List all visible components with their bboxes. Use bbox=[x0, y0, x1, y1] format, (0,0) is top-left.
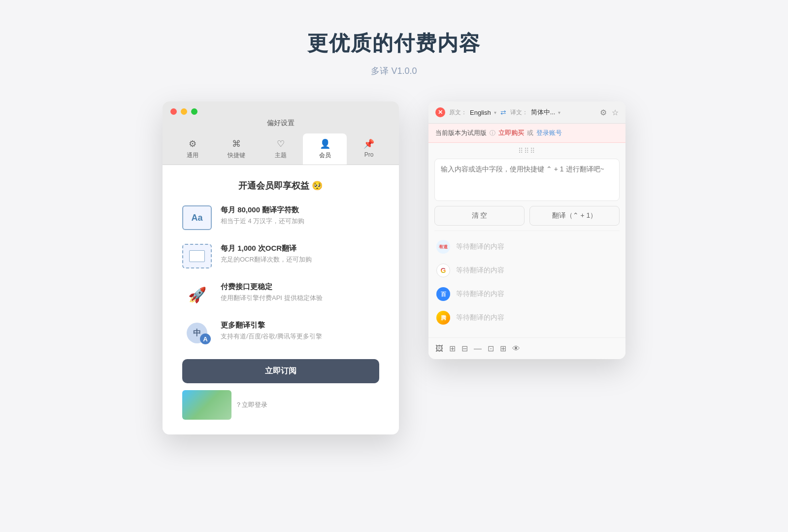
google-result-text: 等待翻译的内容 bbox=[456, 266, 504, 275]
feature-engines-title: 更多翻译引擎 bbox=[221, 321, 322, 330]
feature-ocr-text: 每月 1,000 次OCR翻译 充足的OCR翻译次数，还可加购 bbox=[221, 244, 312, 264]
input-area bbox=[434, 159, 620, 201]
window-maximize-btn[interactable] bbox=[191, 108, 197, 115]
translate-button[interactable]: 翻译（⌃ + 1） bbox=[529, 206, 620, 226]
tencent-logo: 腾 bbox=[436, 311, 450, 325]
result-youdao: 有道 等待翻译的内容 bbox=[428, 235, 625, 259]
feature-engines-text: 更多翻译引擎 支持有道/百度/谷歌/腾讯等更多引擎 bbox=[221, 321, 322, 341]
target-lang-arrow: ▾ bbox=[558, 110, 560, 115]
source-label: 原文： bbox=[449, 108, 467, 117]
source-lang-selector[interactable]: 原文： English ▾ bbox=[449, 108, 496, 117]
action-buttons: 清 空 翻译（⌃ + 1） bbox=[428, 201, 625, 231]
buy-link[interactable]: 立即购买 bbox=[498, 129, 524, 137]
translator-titlebar: ✕ 原文： English ▾ ⇄ 译文： 简体中... ▾ ⚙ ☆ bbox=[428, 101, 625, 124]
pro-icon: 📌 bbox=[363, 138, 374, 149]
baidu-result-text: 等待翻译的内容 bbox=[456, 290, 504, 299]
translation-input[interactable] bbox=[435, 159, 619, 199]
prefs-titlebar: 偏好设置 ⚙ 通用 ⌘ 快捷键 ♡ 主题 👤 会员 bbox=[163, 101, 399, 165]
trial-text: 当前版本为试用版 bbox=[435, 129, 487, 137]
page-subtitle: 多译 V1.0.0 bbox=[371, 65, 417, 77]
prefs-content: 开通会员即享权益 🥺 Aa 每月 80,000 翻译字符数 相当于近 4 万汉字… bbox=[163, 165, 399, 434]
bottom-hint: ？立即登录 bbox=[182, 390, 379, 420]
gear-icon: ⚙ bbox=[189, 138, 197, 149]
feature-engines: 中 A 更多翻译引擎 支持有道/百度/谷歌/腾讯等更多引擎 bbox=[182, 321, 379, 345]
toolbar-grid-icon[interactable]: ⊞ bbox=[449, 344, 456, 353]
result-google: G 等待翻译的内容 bbox=[428, 259, 625, 282]
toolbar-box-icon[interactable]: ⊡ bbox=[488, 344, 494, 353]
feature-api: 🚀 付费接口更稳定 使用翻译引擎付费API 提供稳定体验 bbox=[182, 282, 379, 307]
translate-direction-icon: ⇄ bbox=[500, 108, 506, 116]
subscribe-button[interactable]: 立即订阅 bbox=[182, 359, 379, 383]
prefs-tabs: ⚙ 通用 ⌘ 快捷键 ♡ 主题 👤 会员 📌 Pro bbox=[170, 133, 391, 165]
toolbar-export-icon[interactable]: ⊞ bbox=[500, 344, 506, 353]
result-tencent: 腾 等待翻译的内容 bbox=[428, 306, 625, 330]
rocket-icon: 🚀 bbox=[182, 282, 212, 307]
trial-banner: 当前版本为试用版 ⓘ 立即购买 或 登录账号 bbox=[428, 124, 625, 143]
close-icon: ✕ bbox=[438, 109, 443, 116]
source-lang-arrow: ▾ bbox=[494, 110, 496, 115]
feature-characters: Aa 每月 80,000 翻译字符数 相当于近 4 万汉字，还可加购 bbox=[182, 205, 379, 230]
tab-shortcut-label: 快捷键 bbox=[228, 151, 245, 160]
info-icon: ⓘ bbox=[490, 129, 495, 137]
tab-theme-label: 主题 bbox=[275, 151, 287, 160]
youdao-text: 有道 bbox=[439, 245, 448, 249]
tab-general[interactable]: ⚙ 通用 bbox=[170, 133, 215, 165]
windows-container: 偏好设置 ⚙ 通用 ⌘ 快捷键 ♡ 主题 👤 会员 bbox=[163, 101, 625, 434]
feature-api-title: 付费接口更稳定 bbox=[221, 282, 323, 292]
toolbar-eye-icon[interactable]: 👁 bbox=[512, 344, 520, 353]
preview-image bbox=[182, 390, 231, 420]
toolbar-image-icon[interactable]: 🖼 bbox=[435, 344, 443, 353]
youdao-result-text: 等待翻译的内容 bbox=[456, 242, 504, 251]
tab-theme[interactable]: ♡ 主题 bbox=[259, 133, 303, 165]
login-hint-text: ？立即登录 bbox=[235, 400, 267, 409]
feature-ocr-title: 每月 1,000 次OCR翻译 bbox=[221, 244, 312, 253]
characters-icon: Aa bbox=[182, 205, 212, 230]
google-logo: G bbox=[436, 264, 450, 277]
feature-characters-title: 每月 80,000 翻译字符数 bbox=[221, 205, 304, 215]
member-icon: 👤 bbox=[320, 138, 330, 149]
zh-icon: 中 A bbox=[182, 321, 212, 345]
target-label: 译文： bbox=[510, 108, 528, 117]
settings-icon[interactable]: ⚙ bbox=[600, 108, 607, 117]
tab-pro-label: Pro bbox=[364, 151, 374, 158]
window-close-btn[interactable] bbox=[170, 108, 177, 115]
target-lang-selector[interactable]: 译文： 简体中... ▾ bbox=[510, 108, 561, 117]
pin-icon[interactable]: ☆ bbox=[612, 108, 619, 117]
translator-window: ✕ 原文： English ▾ ⇄ 译文： 简体中... ▾ ⚙ ☆ 当前版本为… bbox=[428, 101, 625, 359]
tab-member-label: 会员 bbox=[319, 151, 331, 160]
result-baidu: 百 等待翻译的内容 bbox=[428, 282, 625, 306]
clear-button[interactable]: 清 空 bbox=[434, 206, 525, 226]
prefs-window-title: 偏好设置 bbox=[267, 119, 295, 128]
page-title: 更优质的付费内容 bbox=[307, 30, 481, 57]
tab-general-label: 通用 bbox=[187, 151, 198, 160]
tencent-result-text: 等待翻译的内容 bbox=[456, 313, 504, 322]
window-controls bbox=[170, 108, 197, 115]
feature-ocr-desc: 充足的OCR翻译次数，还可加购 bbox=[221, 255, 312, 264]
feature-api-desc: 使用翻译引擎付费API 提供稳定体验 bbox=[221, 294, 323, 302]
tab-shortcut[interactable]: ⌘ 快捷键 bbox=[215, 133, 259, 165]
window-minimize-btn[interactable] bbox=[181, 108, 187, 115]
toolbar-dash-icon[interactable]: — bbox=[474, 344, 482, 353]
feature-ocr: 每月 1,000 次OCR翻译 充足的OCR翻译次数，还可加购 bbox=[182, 244, 379, 268]
titlebar-actions: ⚙ ☆ bbox=[600, 108, 619, 117]
login-link[interactable]: 登录账号 bbox=[536, 129, 562, 137]
tab-pro[interactable]: 📌 Pro bbox=[347, 133, 391, 165]
target-lang-value: 简体中... bbox=[531, 108, 556, 117]
feature-characters-desc: 相当于近 4 万汉字，还可加购 bbox=[221, 217, 304, 226]
translation-results: 有道 等待翻译的内容 G 等待翻译的内容 百 等待翻译的内容 腾 等待翻译的内容 bbox=[428, 231, 625, 333]
toolbar-copy-icon[interactable]: ⊟ bbox=[461, 344, 468, 353]
ocr-icon bbox=[182, 244, 212, 268]
translator-close-btn[interactable]: ✕ bbox=[435, 107, 445, 117]
prefs-heading: 开通会员即享权益 🥺 bbox=[182, 180, 379, 192]
shortcut-icon: ⌘ bbox=[232, 138, 241, 149]
tab-member[interactable]: 👤 会员 bbox=[303, 133, 347, 165]
login-hint: ？立即登录 bbox=[235, 400, 267, 409]
theme-icon: ♡ bbox=[277, 138, 285, 149]
youdao-logo: 有道 bbox=[436, 240, 450, 254]
feature-engines-desc: 支持有道/百度/谷歌/腾讯等更多引擎 bbox=[221, 332, 322, 341]
drag-handle: ⠿⠿⠿ bbox=[428, 143, 625, 159]
bottom-toolbar: 🖼 ⊞ ⊟ — ⊡ ⊞ 👁 bbox=[428, 337, 625, 359]
source-lang-value: English bbox=[470, 109, 491, 116]
baidu-logo: 百 bbox=[436, 287, 450, 301]
feature-characters-text: 每月 80,000 翻译字符数 相当于近 4 万汉字，还可加购 bbox=[221, 205, 304, 226]
